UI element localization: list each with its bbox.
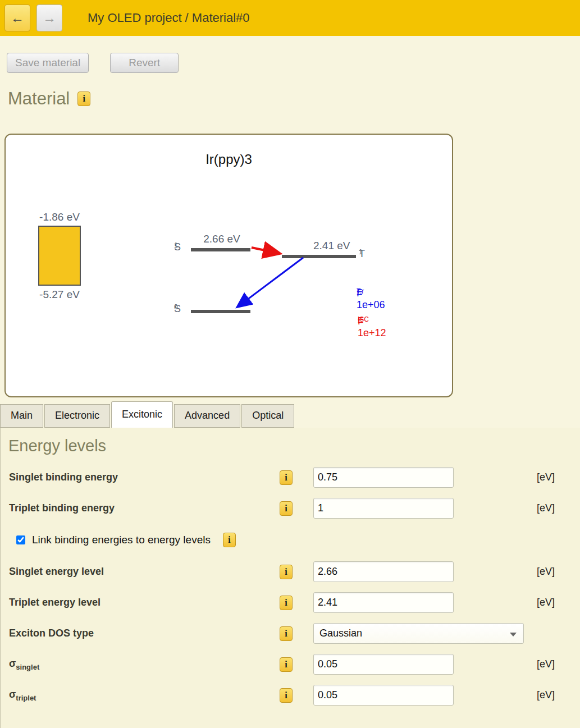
sigma-triplet-label: σtriplet — [9, 689, 280, 702]
link-binding-info-icon[interactable]: i — [223, 533, 236, 547]
singlet-binding-input[interactable] — [313, 467, 454, 488]
triplet-level-row: Triplet energy level i [eV] — [1, 587, 580, 618]
dos-type-row: Exciton DOS type i Gaussian — [1, 618, 580, 649]
triplet-level-input[interactable] — [313, 592, 454, 613]
singlet-binding-info-icon[interactable]: i — [280, 470, 293, 485]
material-info-icon[interactable]: i — [77, 91, 90, 106]
triplet-binding-info-icon[interactable]: i — [280, 501, 293, 516]
material-tabs: Main Electronic Excitonic Advanced Optic… — [0, 402, 295, 428]
tab-advanced[interactable]: Advanced — [174, 404, 240, 428]
excitonic-tab-content: Energy levels Singlet binding energy i [… — [0, 428, 580, 728]
triplet-binding-unit: [eV] — [524, 502, 580, 514]
link-binding-label: Link binding energies to energy levels — [32, 534, 211, 546]
link-binding-checkbox[interactable] — [16, 535, 25, 544]
dos-type-label: Exciton DOS type — [9, 628, 280, 639]
triplet-binding-input[interactable] — [313, 498, 454, 519]
tab-optical[interactable]: Optical — [241, 404, 294, 428]
energy-diagram-panel: Ir(ppy)3 -1.86 eV -5.27 eV S1 T1 S0 2.66… — [4, 134, 453, 397]
dos-type-selected-value: Gaussian — [319, 628, 362, 639]
material-heading: Material — [8, 89, 70, 109]
triplet-level-unit: [eV] — [524, 597, 580, 608]
dos-type-select[interactable]: Gaussian — [313, 623, 524, 644]
title-bar: ← → My OLED project / Material#0 — [0, 0, 580, 36]
singlet-level-row: Singlet energy level i [eV] — [1, 556, 580, 587]
breadcrumb-title: My OLED project / Material#0 — [88, 11, 250, 25]
singlet-binding-row: Singlet binding energy i [eV] — [1, 462, 580, 493]
sigma-singlet-unit: [eV] — [524, 658, 580, 670]
singlet-binding-unit: [eV] — [524, 471, 580, 483]
sigma-triplet-input[interactable] — [313, 685, 454, 706]
toolbar: Save material Revert — [0, 36, 580, 73]
singlet-binding-label: Singlet binding energy — [9, 471, 280, 483]
tab-excitonic[interactable]: Excitonic — [111, 401, 173, 428]
transition-arrows — [6, 135, 454, 399]
isc-arrow — [252, 248, 278, 253]
save-material-button[interactable]: Save material — [7, 53, 89, 73]
sigma-triplet-row: σtriplet i [eV] — [1, 680, 580, 711]
sigma-singlet-info-icon[interactable]: i — [280, 657, 293, 672]
triplet-level-info-icon[interactable]: i — [280, 596, 293, 610]
singlet-level-input[interactable] — [313, 561, 454, 582]
back-arrow-icon: ← — [11, 10, 24, 26]
triplet-binding-row: Triplet binding energy i [eV] — [1, 493, 580, 524]
forward-arrow-icon: → — [43, 10, 56, 26]
sigma-singlet-input[interactable] — [313, 654, 454, 675]
forward-button[interactable]: → — [36, 4, 62, 31]
triplet-level-label: Triplet energy level — [9, 597, 280, 608]
singlet-level-info-icon[interactable]: i — [280, 565, 293, 579]
revert-button[interactable]: Revert — [110, 53, 179, 73]
tab-electronic[interactable]: Electronic — [44, 404, 110, 428]
back-button[interactable]: ← — [4, 4, 30, 31]
sigma-triplet-info-icon[interactable]: i — [280, 688, 293, 703]
tab-main[interactable]: Main — [0, 404, 43, 428]
singlet-level-unit: [eV] — [524, 566, 580, 578]
energy-levels-heading: Energy levels — [1, 428, 580, 462]
chevron-down-icon — [510, 633, 517, 637]
material-heading-row: Material i — [0, 73, 580, 109]
sigma-singlet-row: σsinglet i [eV] — [1, 649, 580, 680]
radiative-arrow — [238, 258, 303, 306]
triplet-binding-label: Triplet binding energy — [9, 502, 280, 514]
dos-type-info-icon[interactable]: i — [280, 626, 293, 641]
singlet-level-label: Singlet energy level — [9, 566, 280, 578]
sigma-triplet-unit: [eV] — [524, 689, 580, 701]
sigma-singlet-label: σsinglet — [9, 658, 280, 671]
link-binding-row: Link binding energies to energy levels i — [1, 524, 580, 556]
